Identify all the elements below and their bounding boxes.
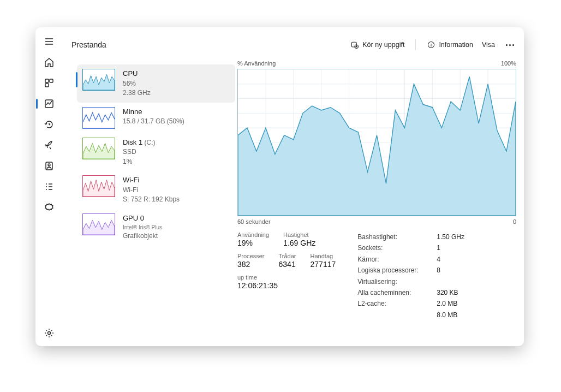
- item-extra: (C:): [144, 139, 155, 146]
- cache-v: 320 KB: [437, 287, 458, 298]
- sidebar-item-cpu[interactable]: CPU 56% 2.38 GHz: [77, 64, 235, 103]
- uptime-value: 12:06:21:35: [237, 281, 336, 290]
- threads-label: Trådar: [279, 253, 296, 259]
- item-line2: S: 752 R: 192 Kbps: [123, 195, 180, 204]
- settings-icon[interactable]: [44, 328, 55, 338]
- more-icon[interactable]: [504, 42, 516, 48]
- disk-thumb: [82, 138, 115, 159]
- svg-point-5: [48, 164, 50, 166]
- separator: [415, 39, 416, 50]
- cpu-thumb: [82, 69, 115, 91]
- stats-area: Användning19% Hastighet1.69 GHz Processe…: [237, 229, 516, 320]
- base-speed-k: Bashastighet:: [357, 231, 431, 242]
- sockets-v: 1: [437, 242, 440, 253]
- item-line2: 1%: [123, 157, 155, 167]
- cpu-usage-chart: [237, 69, 516, 216]
- handles-value: 277117: [311, 260, 336, 269]
- l2-v: 2.0 MB: [437, 298, 457, 309]
- memory-thumb: [82, 107, 115, 129]
- virt-k: Virtualisering:: [357, 276, 431, 287]
- threads-value: 6341: [279, 260, 296, 269]
- cores-v: 4: [437, 254, 440, 265]
- gpu-meta: GPU 0 Intel® Iris® Plus Grafikobjekt: [123, 213, 162, 241]
- hamburger-icon[interactable]: [44, 36, 55, 47]
- svg-rect-1: [50, 79, 53, 82]
- l2-k: L2-cache:: [357, 298, 431, 309]
- processes-icon[interactable]: [44, 78, 55, 88]
- header: Prestanda Kör ny uppgift Information Vis…: [71, 36, 516, 54]
- item-name: Wi-Fi: [123, 175, 180, 186]
- view-label: Visa: [482, 41, 495, 49]
- users-icon[interactable]: [44, 161, 55, 171]
- chart-footer: 60 sekunder 0: [237, 218, 516, 225]
- spec-table: Bashastighet:1.50 GHz Sockets:1 Kärnor:4…: [357, 231, 464, 320]
- view-button[interactable]: Visa: [482, 41, 495, 49]
- details-icon[interactable]: [44, 181, 55, 192]
- lproc-v: 8: [437, 265, 440, 276]
- usage-label: Användning: [237, 231, 269, 238]
- performance-icon[interactable]: [44, 98, 55, 109]
- run-new-task-button[interactable]: Kör ny uppgift: [350, 40, 404, 49]
- uptime-label: up time: [237, 274, 336, 281]
- memory-meta: Minne 15.8 / 31.7 GB (50%): [123, 107, 184, 127]
- item-name: Minne: [123, 107, 184, 117]
- item-line1: SSD: [123, 147, 155, 157]
- chart-xleft: 60 sekunder: [237, 218, 271, 225]
- cpu-meta: CPU 56% 2.38 GHz: [123, 69, 151, 98]
- disk-meta: Disk 1 (C:) SSD 1%: [123, 138, 155, 167]
- sockets-k: Sockets:: [357, 242, 431, 253]
- task-manager-window: Prestanda Kör ny uppgift Information Vis…: [35, 27, 524, 346]
- svg-rect-2: [45, 84, 49, 87]
- item-line1: 56%: [123, 79, 151, 88]
- item-line2: 2.38 GHz: [123, 88, 151, 98]
- home-icon[interactable]: [44, 57, 55, 68]
- cache-k: Alla cacheminnen:: [357, 287, 431, 298]
- processes-value: 382: [237, 260, 265, 269]
- speed-label: Hastighet: [283, 231, 315, 238]
- l3-k: [357, 310, 431, 320]
- chart-header: % Användning 100%: [237, 60, 516, 67]
- gpu-thumb: [82, 213, 115, 235]
- handles-label: Handtag: [311, 253, 336, 259]
- chart-ylabel: % Användning: [237, 60, 276, 67]
- startup-icon[interactable]: [44, 140, 55, 151]
- item-name: CPU: [123, 69, 151, 79]
- main-pane: % Användning 100% 60 sekunder 0: [235, 60, 524, 346]
- cores-k: Kärnor:: [357, 254, 431, 265]
- item-line1: Wi-Fi: [123, 186, 180, 195]
- item-name: GPU 0: [123, 213, 162, 224]
- sidebar-item-memory[interactable]: Minne 15.8 / 31.7 GB (50%): [77, 103, 235, 133]
- sidebar-item-gpu[interactable]: GPU 0 Intel® Iris® Plus Grafikobjekt: [77, 209, 235, 246]
- chart-xright: 0: [513, 218, 516, 225]
- item-line1: Grafikobjekt: [123, 231, 162, 241]
- base-speed-v: 1.50 GHz: [437, 231, 464, 242]
- svg-point-6: [48, 332, 51, 335]
- item-name: Disk 1: [123, 138, 142, 146]
- item-tiny: Intel® Iris® Plus: [123, 224, 162, 232]
- speed-value: 1.69 GHz: [283, 239, 315, 247]
- stat-col-left: Användning19% Hastighet1.69 GHz Processe…: [237, 231, 336, 320]
- information-label: Information: [439, 41, 473, 49]
- body: CPU 56% 2.38 GHz Minne 15.8 / 31.7 GB (5…: [71, 60, 524, 346]
- l3-v: 8.0 MB: [437, 310, 457, 320]
- wifi-thumb: [82, 175, 115, 197]
- information-button[interactable]: Information: [427, 40, 473, 49]
- processes-label: Processer: [237, 253, 265, 259]
- chart-ymax: 100%: [501, 60, 516, 67]
- wifi-meta: Wi-Fi Wi-Fi S: 752 R: 192 Kbps: [123, 175, 180, 205]
- services-icon[interactable]: [44, 202, 55, 213]
- item-line1: 15.8 / 31.7 GB (50%): [123, 117, 184, 126]
- nav-rail: [35, 27, 63, 346]
- run-new-task-label: Kör ny uppgift: [362, 41, 404, 49]
- svg-rect-0: [45, 79, 49, 82]
- usage-value: 19%: [237, 239, 269, 247]
- resource-list: CPU 56% 2.38 GHz Minne 15.8 / 31.7 GB (5…: [71, 60, 235, 346]
- lproc-k: Logiska processorer:: [357, 265, 431, 276]
- sidebar-item-wifi[interactable]: Wi-Fi Wi-Fi S: 752 R: 192 Kbps: [77, 171, 235, 209]
- sidebar-item-disk[interactable]: Disk 1 (C:) SSD 1%: [77, 133, 235, 171]
- history-icon[interactable]: [44, 119, 55, 130]
- page-title: Prestanda: [71, 40, 106, 49]
